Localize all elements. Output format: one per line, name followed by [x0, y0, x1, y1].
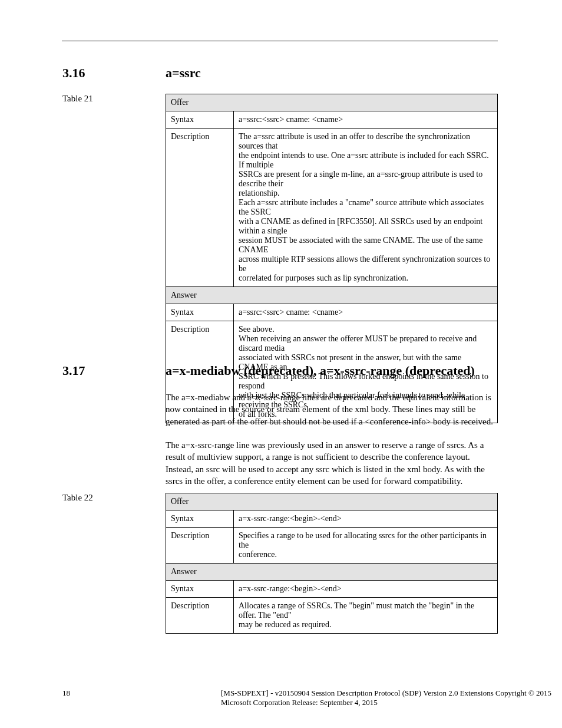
footer-doc-title: [MS-SDPEXT] - v20150904 Session Descript… — [221, 689, 562, 707]
section-title-ssrc: a=ssrc — [166, 65, 201, 81]
table-caption-ssrc: Table 21 — [62, 94, 93, 104]
table-row: Syntax a=x-ssrc-range:<begin>-<end> — [166, 581, 498, 598]
section-desc-stream: The a=x-mediabw and a=x-ssrc-range lines… — [166, 391, 498, 487]
table-row: Answer — [166, 564, 498, 581]
table-cell: Allocates a range of SSRCs. The "begin" … — [234, 598, 498, 634]
section-number-ssrc: 3.16 — [62, 65, 85, 81]
table-cell: Description — [166, 598, 234, 634]
table-row: Syntax a=x-ssrc-range:<begin>-<end> — [166, 510, 498, 528]
table-row: Description Allocates a range of SSRCs. … — [166, 598, 498, 634]
table-cell: Syntax — [166, 581, 234, 598]
table-cell: Specifies a range to be used for allocat… — [234, 528, 498, 564]
table-cell: a=ssrc:<ssrc> cname: <cname> — [234, 111, 498, 129]
table-caption-stream: Table 22 — [62, 493, 93, 503]
table-cell: Description — [166, 129, 234, 287]
section-title-stream: a=x-mediabw (deprecated), a=x-ssrc-range… — [166, 363, 475, 378]
table-header-cell: Answer — [166, 564, 498, 581]
header-rule — [62, 41, 498, 41]
table-row: Syntax a=ssrc:<ssrc> cname: <cname> — [166, 304, 498, 321]
table-row: Description Specifies a range to be used… — [166, 528, 498, 564]
table-row: Syntax a=ssrc:<ssrc> cname: <cname> — [166, 111, 498, 129]
table-row: Description The a=ssrc attribute is used… — [166, 129, 498, 287]
table-header-cell: Offer — [166, 94, 498, 111]
table-stream: Offer Syntax a=x-ssrc-range:<begin>-<end… — [166, 493, 498, 634]
table-cell: a=x-ssrc-range:<begin>-<end> — [234, 510, 498, 528]
table-cell: Syntax — [166, 304, 234, 321]
table-cell: The a=ssrc attribute is used in an offer… — [234, 129, 498, 287]
table-cell: a=x-ssrc-range:<begin>-<end> — [234, 581, 498, 598]
table-row: Offer — [166, 493, 498, 510]
table-row: Offer — [166, 94, 498, 111]
table-header-cell: Answer — [166, 287, 498, 304]
footer-page-number: 18 — [62, 689, 70, 698]
table-cell: a=ssrc:<ssrc> cname: <cname> — [234, 304, 498, 321]
table-cell: Description — [166, 528, 234, 564]
table-cell: Syntax — [166, 111, 234, 129]
section-number-stream: 3.17 — [62, 363, 85, 378]
table-header-cell: Offer — [166, 493, 498, 510]
table-row: Answer — [166, 287, 498, 304]
table-cell: Syntax — [166, 510, 234, 528]
